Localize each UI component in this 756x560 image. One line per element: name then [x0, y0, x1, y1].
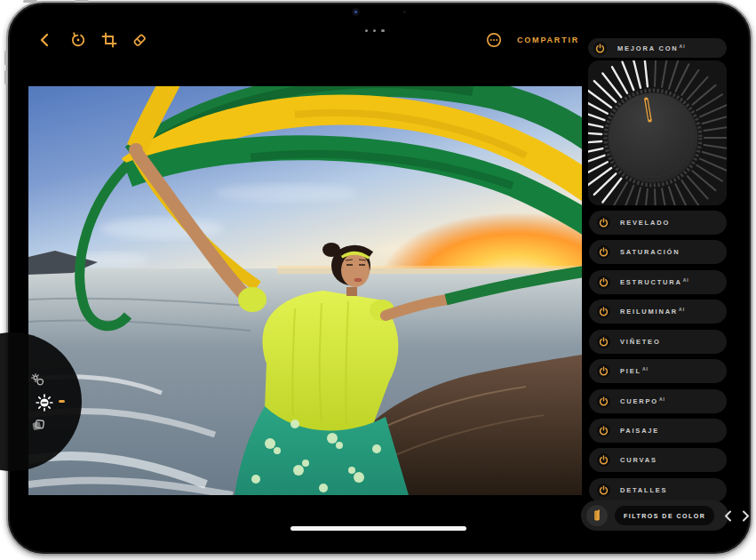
adjustment-label: VIÑETEO	[620, 338, 662, 346]
color-filters-pill[interactable]: FILTROS DE COLOR	[615, 506, 714, 525]
filters-next-icon[interactable]	[742, 510, 750, 522]
more-options-icon[interactable]	[486, 32, 502, 48]
enhance-dial[interactable]	[588, 60, 727, 205]
adjustment-label: DETALLES	[620, 486, 668, 494]
adjustment-row-saturacion[interactable]: SATURACIÓN	[589, 240, 727, 264]
power-icon[interactable]	[597, 364, 610, 378]
power-icon[interactable]	[593, 42, 607, 55]
adjustment-row-reiluminar[interactable]: REILUMINARAI	[589, 300, 727, 324]
adjustment-row-revelado[interactable]: REVELADO	[589, 211, 727, 235]
wheel-selection-tick	[59, 400, 65, 403]
adjustment-label: CUERPOAI	[620, 397, 665, 405]
back-icon[interactable]	[37, 32, 53, 48]
undo-icon[interactable]	[70, 32, 86, 48]
color-filters-label: FILTROS DE COLOR	[624, 513, 705, 519]
adjustment-label: PIELAI	[620, 367, 649, 375]
crop-icon[interactable]	[101, 32, 117, 48]
photo-canvas[interactable]	[28, 86, 582, 495]
enhance-dial-panel[interactable]	[588, 60, 727, 205]
adjustment-row-estructura[interactable]: ESTRUCTURAAI	[589, 270, 727, 294]
multitasking-dots[interactable]	[365, 29, 385, 32]
adjustment-row-paisaje[interactable]: PAISAJE	[589, 419, 727, 443]
adjustment-label: ESTRUCTURAAI	[620, 278, 689, 286]
adjustment-label: CURVAS	[620, 456, 658, 464]
top-button	[23, 0, 37, 3]
photo-artwork	[28, 86, 582, 495]
adjustment-label: SATURACIÓN	[620, 248, 680, 256]
share-button[interactable]: COMPARTIR	[517, 36, 579, 44]
front-camera	[352, 8, 360, 16]
apple-marketing-canvas: COMPARTIR MEJORA CONAI	[0, 0, 756, 560]
side-button-2	[4, 70, 7, 84]
adjustment-row-vineteo[interactable]: VIÑETEO	[589, 330, 727, 354]
film-roll-icon[interactable]	[586, 505, 608, 526]
adjust-brightness-icon[interactable]	[36, 394, 53, 412]
power-icon[interactable]	[597, 335, 610, 348]
enhance-with-ai-card[interactable]: MEJORA CONAI	[588, 38, 727, 58]
power-icon[interactable]	[597, 276, 610, 289]
side-button-1	[4, 51, 7, 65]
adjustment-row-curvas[interactable]: CURVAS	[589, 448, 727, 472]
adjustment-label: PAISAJE	[620, 427, 660, 435]
volume-button	[75, 0, 89, 3]
ambient-sensor	[403, 11, 406, 13]
home-indicator[interactable]	[290, 526, 466, 531]
color-filters-bar[interactable]: FILTROS DE COLOR	[581, 500, 728, 531]
adjustment-row-detalles[interactable]: DETALLES	[589, 478, 727, 502]
adjustment-row-piel[interactable]: PIELAI	[589, 359, 727, 383]
power-icon[interactable]	[597, 424, 610, 437]
selective-light-icon[interactable]	[30, 372, 46, 388]
filters-icon[interactable]	[30, 417, 46, 433]
filters-prev-icon[interactable]	[724, 510, 732, 522]
adjustment-label: REILUMINARAI	[620, 308, 685, 316]
power-icon[interactable]	[597, 305, 610, 318]
power-icon[interactable]	[597, 453, 610, 467]
power-icon[interactable]	[597, 484, 610, 497]
adjustment-label: REVELADO	[620, 219, 671, 227]
eraser-icon[interactable]	[131, 32, 147, 48]
power-icon[interactable]	[597, 245, 610, 259]
adjustment-row-cuerpo[interactable]: CUERPOAI	[589, 389, 727, 413]
power-icon[interactable]	[597, 395, 610, 408]
power-icon[interactable]	[597, 216, 610, 229]
enhance-label: MEJORA CONAI	[617, 44, 686, 52]
